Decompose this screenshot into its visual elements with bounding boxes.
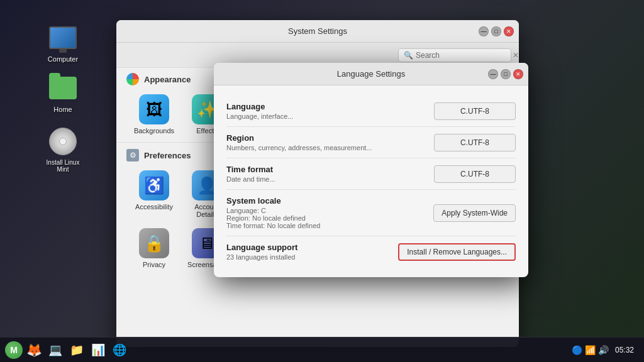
settings-item-privacy[interactable]: 🔒 Privacy — [129, 224, 179, 278]
settings-item-accessibility[interactable]: ♿ Accessibility — [129, 167, 179, 222]
preferences-section-icon: ⚙ — [126, 149, 139, 162]
accessibility-label: Accessibility — [135, 203, 173, 211]
install-remove-languages-button[interactable]: Install / Remove Languages... — [398, 243, 516, 261]
bluetooth-icon[interactable]: 🔵 — [572, 345, 582, 355]
accessibility-icon: ♿ — [139, 170, 169, 200]
time-format-name: Time format — [226, 165, 434, 174]
desktop-icon-computer[interactable]: Computer — [38, 19, 88, 67]
computer-label: Computer — [48, 55, 78, 63]
dialog-content: Language Language, interface... C.UTF-8 … — [214, 85, 528, 277]
language-name: Language — [226, 102, 434, 111]
taskbar: M 🦊 💻 📁 📊 🌐 🔵 📶 🔊 05:32 — [0, 337, 644, 362]
volume-icon[interactable]: 🔊 — [598, 345, 609, 355]
settings-title: System Settings — [124, 26, 511, 36]
taskbar-icon-terminal[interactable]: 💻 — [45, 340, 65, 360]
taskbar-icon-updates[interactable]: 📊 — [88, 340, 108, 360]
dialog-close-button[interactable]: ✕ — [513, 69, 523, 79]
settings-titlebar: System Settings — □ ✕ — [116, 20, 519, 43]
search-icon: 🔍 — [404, 51, 413, 60]
system-locale-name: System locale — [226, 196, 433, 206]
dialog-title: Language Settings — [221, 69, 521, 79]
time-format-info: Time format Date and time... — [226, 165, 434, 183]
computer-icon — [48, 23, 78, 53]
language-support-info: Language support 23 languages installed — [226, 243, 398, 261]
taskbar-mint-menu[interactable]: M — [5, 341, 23, 359]
dialog-minimize-button[interactable]: — — [488, 69, 498, 79]
region-info: Region Numbers, currency, addresses, mea… — [226, 133, 434, 151]
dialog-controls: — □ ✕ — [488, 69, 523, 79]
close-button[interactable]: ✕ — [504, 26, 514, 36]
wifi-icon[interactable]: 📶 — [585, 345, 596, 355]
search-box[interactable]: 🔍 ✕ — [398, 48, 511, 62]
time-format-desc: Date and time... — [226, 175, 434, 183]
dialog-titlebar: Language Settings — □ ✕ — [214, 63, 528, 85]
appearance-section-icon — [126, 73, 139, 85]
search-clear-icon[interactable]: ✕ — [513, 51, 519, 60]
system-locale-info: System locale Language: C Region: No loc… — [226, 196, 433, 229]
desktop-icon-home[interactable]: Home — [38, 69, 88, 117]
appearance-section-title: Appearance — [144, 75, 191, 84]
time-format-button[interactable]: C.UTF-8 — [434, 165, 516, 183]
system-locale-desc3: Time format: No locale defined — [226, 222, 433, 229]
taskbar-system-icons: 🔵 📶 🔊 — [572, 345, 609, 355]
settings-window-controls: — □ ✕ — [479, 26, 514, 36]
taskbar-icon-firefox[interactable]: 🦊 — [24, 340, 44, 360]
language-support-desc: 23 languages installed — [226, 253, 398, 261]
region-row: Region Numbers, currency, addresses, mea… — [226, 127, 516, 158]
language-info: Language Language, interface... — [226, 102, 434, 120]
preferences-section-title: Preferences — [144, 151, 191, 160]
time-format-row: Time format Date and time... C.UTF-8 — [226, 158, 516, 190]
settings-item-backgrounds[interactable]: 🖼 Backgrounds — [129, 90, 179, 138]
privacy-icon: 🔒 — [139, 228, 169, 258]
taskbar-time: 05:32 — [610, 346, 639, 354]
install-mint-icon — [48, 126, 78, 156]
home-label: Home — [53, 106, 72, 113]
region-button[interactable]: C.UTF-8 — [434, 134, 516, 151]
backgrounds-icon: 🖼 — [139, 94, 169, 124]
system-locale-row: System locale Language: C Region: No loc… — [226, 190, 516, 236]
language-row: Language Language, interface... C.UTF-8 — [226, 96, 516, 127]
language-settings-dialog: Language Settings — □ ✕ Language Languag… — [214, 63, 528, 277]
install-mint-label: Install Linux Mint — [42, 159, 84, 173]
home-folder-icon — [48, 73, 78, 103]
privacy-label: Privacy — [143, 261, 165, 268]
region-desc: Numbers, currency, addresses, measuremen… — [226, 144, 434, 151]
maximize-button[interactable]: □ — [491, 26, 501, 36]
desktop-icon-install-mint[interactable]: Install Linux Mint — [38, 123, 88, 177]
language-support-row: Language support 23 languages installed … — [226, 236, 516, 267]
language-support-name: Language support — [226, 243, 398, 252]
language-desc: Language, interface... — [226, 112, 434, 120]
minimize-button[interactable]: — — [479, 26, 489, 36]
system-locale-desc1: Language: C — [226, 207, 433, 214]
language-button[interactable]: C.UTF-8 — [434, 102, 516, 120]
system-locale-desc2: Region: No locale defined — [226, 214, 433, 222]
dialog-maximize-button[interactable]: □ — [501, 69, 511, 79]
search-input[interactable] — [416, 51, 510, 60]
backgrounds-label: Backgrounds — [134, 127, 174, 134]
apply-system-wide-button[interactable]: Apply System-Wide — [433, 204, 516, 222]
desktop: Computer Home Install Linux Mint System … — [0, 0, 644, 362]
taskbar-icon-files[interactable]: 📁 — [67, 340, 87, 360]
region-name: Region — [226, 133, 434, 143]
taskbar-icon-browser[interactable]: 🌐 — [109, 340, 130, 360]
